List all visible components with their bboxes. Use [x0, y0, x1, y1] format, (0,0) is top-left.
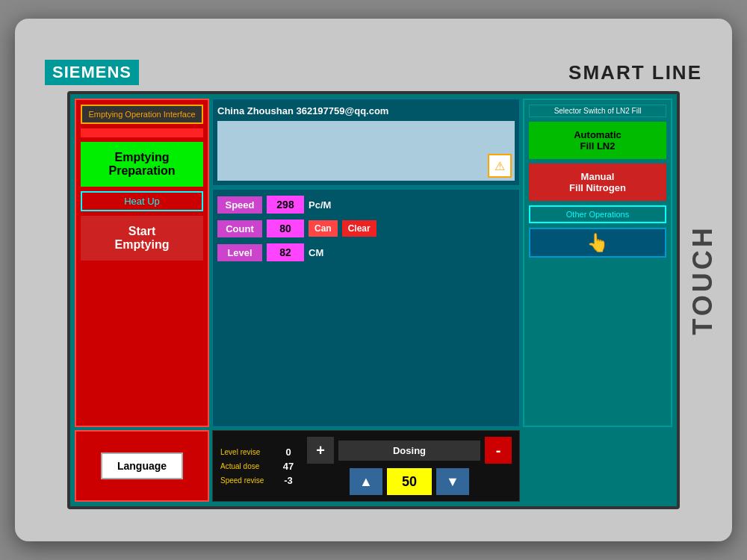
selector-title: Selector Switch of LN2 Fill [529, 105, 666, 117]
revise-panel: Level revise 0 Actual dose 47 Speed revi… [220, 447, 300, 486]
speed-value: 298 [267, 196, 304, 214]
manual-fill-nitrogen-button[interactable]: Manual Fill Nitrogen [529, 164, 666, 201]
auto-fill-ln2-button[interactable]: Automatic Fill LN2 [529, 122, 666, 159]
other-operations-icon[interactable]: 👆 [529, 228, 666, 258]
count-label: Count [217, 220, 262, 237]
start-emptying-button[interactable]: Start Emptying [81, 216, 203, 261]
actual-dose-row: Actual dose 47 [220, 461, 300, 472]
hand-icon: 👆 [586, 232, 609, 253]
heat-up-box: Heat Up [81, 191, 203, 211]
center-info-bar: China Zhoushan 362197759@qq.com [217, 104, 515, 118]
dosing-number: 50 [387, 468, 432, 495]
smart-line-label: SMART LINE [568, 61, 702, 84]
dosing-bottom-row: ▲ 50 ▼ [307, 468, 512, 495]
speed-unit: Pc/M [309, 199, 331, 211]
bottom-left-panel: Language [75, 430, 209, 502]
dosing-controls: + Dosing - ▲ 50 ▼ [307, 437, 512, 495]
up-arrow-button[interactable]: ▲ [350, 468, 382, 495]
center-controls: Speed 298 Pc/M Count 80 Can Clear Level … [212, 189, 520, 427]
emptying-operation-title: Emptying Operation Interface [81, 105, 203, 124]
bottom-center-panel: Level revise 0 Actual dose 47 Speed revi… [212, 430, 520, 502]
warning-icon: ⚠ [488, 154, 512, 178]
screen: Emptying Operation Interface Emptying Pr… [67, 91, 680, 509]
red-indicator-bar [81, 128, 203, 137]
level-revise-value: 0 [277, 447, 300, 458]
emptying-preparation-button[interactable]: Emptying Preparation [81, 142, 203, 187]
speed-row: Speed 298 Pc/M [217, 196, 515, 214]
level-revise-label: Level revise [220, 448, 273, 456]
touch-label: TOUCH [687, 225, 719, 335]
can-button[interactable]: Can [309, 220, 338, 237]
center-display-area: ⚠ [217, 121, 515, 181]
dosing-top-row: + Dosing - [307, 437, 512, 464]
clear-button[interactable]: Clear [342, 220, 376, 237]
bottom-right-panel [523, 430, 672, 502]
actual-dose-value: 47 [277, 461, 300, 472]
dosing-button[interactable]: Dosing [338, 441, 480, 461]
level-label: Level [217, 244, 262, 261]
siemens-logo: SIEMENS [45, 60, 139, 85]
level-row: Level 82 CM [217, 243, 515, 261]
center-top: China Zhoushan 362197759@qq.com ⚠ [212, 99, 520, 186]
actual-dose-label: Actual dose [220, 462, 273, 470]
other-operations-label: Other Operations [529, 205, 666, 223]
level-unit: CM [309, 247, 323, 258]
left-panel: Emptying Operation Interface Emptying Pr… [75, 99, 209, 427]
count-row: Count 80 Can Clear [217, 220, 515, 237]
right-panel: Selector Switch of LN2 Fill Automatic Fi… [523, 99, 672, 427]
count-value: 80 [267, 220, 304, 237]
speed-revise-value: -3 [277, 475, 300, 486]
device-header: SIEMENS SMART LINE [15, 51, 732, 91]
minus-button[interactable]: - [485, 437, 512, 464]
plus-button[interactable]: + [307, 437, 334, 464]
speed-revise-label: Speed revise [220, 476, 273, 485]
level-value: 82 [267, 243, 304, 261]
down-arrow-button[interactable]: ▼ [436, 468, 469, 495]
speed-label: Speed [217, 196, 262, 214]
device-outer: SIEMENS SMART LINE Emptying Operation In… [15, 19, 732, 541]
speed-revise-row: Speed revise -3 [220, 475, 300, 486]
level-revise-row: Level revise 0 [220, 447, 300, 458]
language-button[interactable]: Language [101, 452, 183, 479]
